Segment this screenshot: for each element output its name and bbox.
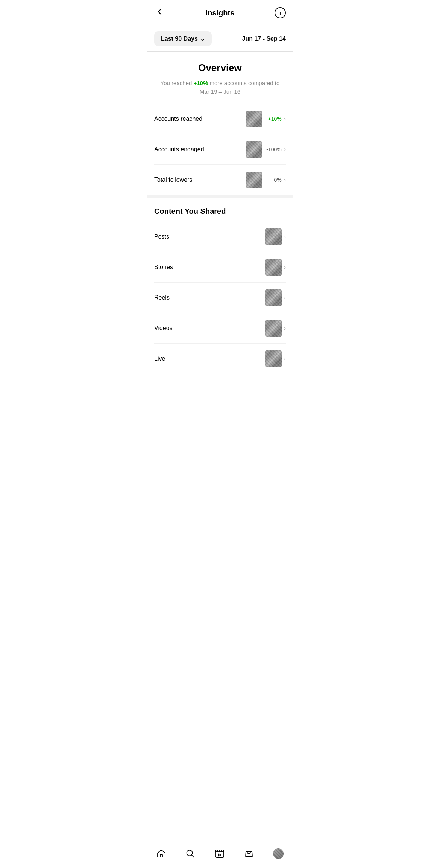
content-section: Content You Shared Posts › Stories › Ree… <box>147 198 293 374</box>
overview-period: Mar 19 – Jun 16 <box>200 88 240 95</box>
content-right-reels: › <box>265 289 286 306</box>
stat-thumbnail-accounts-reached <box>246 111 262 127</box>
reels-icon <box>215 849 225 859</box>
overview-title: Overview <box>154 62 286 74</box>
content-label-live: Live <box>154 355 165 362</box>
content-thumbnail-live <box>265 350 282 367</box>
content-item-stories[interactable]: Stories › <box>154 252 286 283</box>
content-item-videos[interactable]: Videos › <box>154 313 286 344</box>
chevron-right-icon: › <box>284 177 286 183</box>
overview-text-after: more accounts compared to <box>208 80 279 86</box>
content-right-posts: › <box>265 228 286 245</box>
stat-item-accounts-reached[interactable]: Accounts reached +10% › <box>154 104 286 134</box>
stat-right-total-followers: 0% › <box>246 172 286 188</box>
info-icon: i <box>279 10 281 16</box>
chevron-right-icon: › <box>284 294 286 301</box>
content-right-live: › <box>265 350 286 367</box>
content-thumbnail-stories <box>265 259 282 276</box>
content-right-videos: › <box>265 320 286 337</box>
content-thumbnail-reels <box>265 289 282 306</box>
back-button[interactable] <box>154 6 165 20</box>
svg-point-0 <box>187 850 193 856</box>
page-title: Insights <box>206 9 235 17</box>
stat-item-accounts-engaged[interactable]: Accounts engaged -100% › <box>154 134 286 165</box>
content-right-stories: › <box>265 259 286 276</box>
content-label-videos: Videos <box>154 325 173 332</box>
chevron-down-icon: ⌄ <box>200 35 205 42</box>
stat-value-accounts-engaged: -100% <box>264 146 282 152</box>
date-filter-button[interactable]: Last 90 Days ⌄ <box>154 31 212 46</box>
stats-list: Accounts reached +10% › Accounts engaged… <box>147 104 293 198</box>
content-list: Posts › Stories › Reels › Videos <box>154 222 286 374</box>
nav-item-reels[interactable] <box>210 847 229 860</box>
info-button[interactable]: i <box>275 7 286 18</box>
stat-value-accounts-reached: +10% <box>264 116 282 122</box>
stat-thumbnail-total-followers <box>246 172 262 188</box>
chevron-right-icon: › <box>284 355 286 362</box>
chevron-right-icon: › <box>284 146 286 153</box>
content-thumbnail-videos <box>265 320 282 337</box>
profile-avatar <box>273 848 284 859</box>
content-item-reels[interactable]: Reels › <box>154 283 286 313</box>
nav-item-profile[interactable] <box>269 847 288 860</box>
stat-right-accounts-engaged: -100% › <box>246 141 286 158</box>
content-item-posts[interactable]: Posts › <box>154 222 286 252</box>
stat-item-total-followers[interactable]: Total followers 0% › <box>154 165 286 195</box>
date-filter-bar: Last 90 Days ⌄ Jun 17 - Sep 14 <box>147 26 293 52</box>
content-label-stories: Stories <box>154 264 173 271</box>
stat-value-total-followers: 0% <box>264 177 282 183</box>
content-item-live[interactable]: Live › <box>154 344 286 374</box>
chevron-right-icon: › <box>284 116 286 122</box>
app-header: Insights i <box>147 0 293 26</box>
content-label-reels: Reels <box>154 294 170 301</box>
content-label-posts: Posts <box>154 233 169 240</box>
chevron-right-icon: › <box>284 233 286 240</box>
content-thumbnail-posts <box>265 228 282 245</box>
chevron-right-icon: › <box>284 325 286 332</box>
overview-percent: +10% <box>193 80 208 86</box>
stat-thumbnail-accounts-engaged <box>246 141 262 158</box>
nav-item-shop[interactable] <box>240 847 258 860</box>
date-filter-label: Last 90 Days <box>161 35 198 42</box>
stat-right-accounts-reached: +10% › <box>246 111 286 127</box>
stat-label-total-followers: Total followers <box>154 177 192 183</box>
chevron-right-icon: › <box>284 264 286 271</box>
stat-label-accounts-reached: Accounts reached <box>154 116 202 122</box>
overview-section: Overview You reached +10% more accounts … <box>147 52 293 104</box>
nav-item-home[interactable] <box>152 847 171 860</box>
shop-icon <box>244 849 254 859</box>
home-icon <box>156 849 166 859</box>
content-section-title: Content You Shared <box>154 207 286 216</box>
bottom-nav <box>147 842 293 868</box>
nav-item-search[interactable] <box>181 847 200 860</box>
search-icon <box>185 849 195 859</box>
overview-subtitle: You reached +10% more accounts compared … <box>154 79 286 96</box>
date-range-label: Jun 17 - Sep 14 <box>242 35 286 42</box>
stat-label-accounts-engaged: Accounts engaged <box>154 146 204 153</box>
overview-text-before: You reached <box>161 80 194 86</box>
